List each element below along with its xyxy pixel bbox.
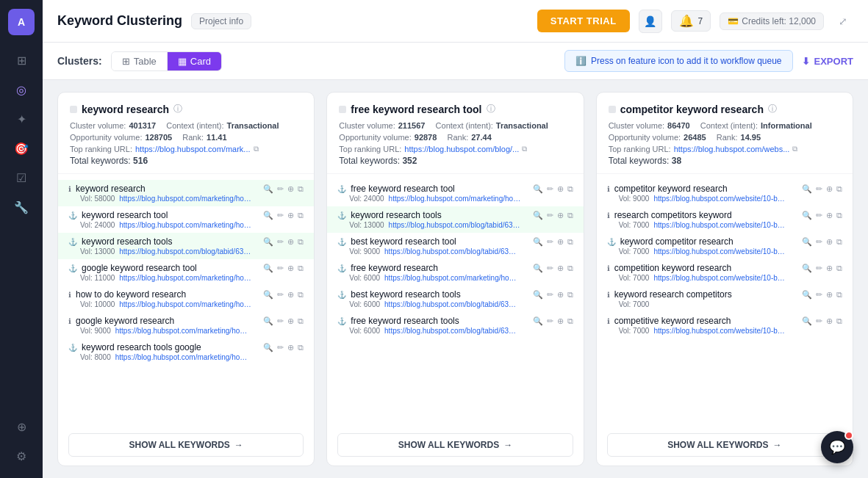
kw-url-0-1[interactable]: https://blog.hubspot.com/marketing/how-t… [119, 221, 251, 229]
kw-action-copy-0-4[interactable]: ⧉ [298, 290, 304, 300]
kw-action-add-0-4[interactable]: ⊕ [287, 290, 294, 300]
copy-url-icon-0[interactable]: ⧉ [254, 145, 259, 153]
kw-action-search-2-2[interactable]: 🔍 [802, 237, 812, 247]
kw-url-2-0[interactable]: https://blog.hubspot.com/website/10-best… [653, 195, 786, 203]
cluster-info-icon-1[interactable]: ⓘ [487, 103, 495, 115]
kw-action-add-0-6[interactable]: ⊕ [287, 343, 294, 352]
kw-url-2-5[interactable]: https://blog.hubspot.com/website/10-best… [653, 327, 786, 335]
kw-action-copy-0-1[interactable]: ⧉ [298, 211, 304, 220]
kw-url-1-3[interactable]: https://blog.hubspot.com/marketing/how-t… [384, 274, 517, 282]
show-all-button-2[interactable]: SHOW ALL KEYWORDS → [607, 433, 842, 457]
export-button[interactable]: ⬇ EXPORT [802, 56, 853, 67]
kw-action-copy-1-1[interactable]: ⧉ [567, 211, 573, 220]
sidebar-icon-check[interactable]: ☑ [8, 164, 35, 191]
kw-url-2-1[interactable]: https://blog.hubspot.com/website/10-best… [653, 221, 786, 229]
kw-action-copy-2-5[interactable]: ⧉ [836, 316, 842, 326]
kw-action-copy-1-4[interactable]: ⧉ [567, 290, 573, 300]
kw-action-search-1-1[interactable]: 🔍 [533, 211, 543, 220]
kw-action-search-0-2[interactable]: 🔍 [263, 237, 273, 247]
kw-action-search-1-3[interactable]: 🔍 [533, 264, 543, 273]
kw-action-add-2-3[interactable]: ⊕ [826, 264, 833, 273]
kw-action-search-0-4[interactable]: 🔍 [263, 290, 273, 300]
kw-action-copy-0-0[interactable]: ⧉ [298, 184, 304, 194]
kw-url-0-4[interactable]: https://blog.hubspot.com/marketing/how-t… [119, 300, 251, 308]
kw-action-search-1-4[interactable]: 🔍 [533, 290, 543, 300]
kw-action-add-1-0[interactable]: ⊕ [557, 184, 564, 194]
kw-action-add-2-2[interactable]: ⊕ [826, 237, 833, 247]
start-trial-button[interactable]: START TRIAL [537, 10, 630, 32]
cluster-url-link-2[interactable]: https://blog.hubspot.com/webs... [674, 145, 790, 153]
kw-action-copy-0-2[interactable]: ⧉ [298, 237, 304, 247]
kw-action-edit-0-0[interactable]: ✏ [277, 184, 284, 194]
sidebar-icon-settings[interactable]: ⚙ [8, 443, 35, 469]
kw-action-edit-2-1[interactable]: ✏ [816, 211, 822, 220]
kw-action-edit-0-5[interactable]: ✏ [277, 316, 284, 326]
kw-url-0-6[interactable]: https://blog.hubspot.com/marketing/how-t… [115, 353, 248, 361]
kw-action-edit-2-3[interactable]: ✏ [816, 264, 822, 273]
kw-action-search-2-1[interactable]: 🔍 [802, 211, 812, 220]
kw-action-edit-0-3[interactable]: ✏ [277, 264, 284, 273]
kw-action-edit-1-2[interactable]: ✏ [547, 237, 553, 247]
kw-action-edit-0-6[interactable]: ✏ [277, 343, 284, 352]
kw-url-1-5[interactable]: https://blog.hubspot.com/blog/tabid/6307… [384, 327, 517, 335]
kw-action-add-1-2[interactable]: ⊕ [557, 237, 564, 247]
kw-action-search-1-5[interactable]: 🔍 [533, 316, 543, 326]
chat-button[interactable]: 💬 [821, 431, 853, 463]
kw-url-1-0[interactable]: https://blog.hubspot.com/marketing/how-t… [389, 195, 521, 203]
sidebar-icon-analytics[interactable]: ◎ [8, 76, 35, 103]
sidebar-icon-connect[interactable]: ⊕ [8, 413, 35, 440]
kw-action-search-2-5[interactable]: 🔍 [802, 316, 812, 326]
kw-action-edit-1-0[interactable]: ✏ [547, 184, 553, 194]
kw-url-0-3[interactable]: https://blog.hubspot.com/marketing/how-t… [119, 274, 251, 282]
profile-button[interactable]: 👤 [639, 10, 662, 33]
kw-action-search-1-0[interactable]: 🔍 [533, 184, 543, 194]
copy-url-icon-1[interactable]: ⧉ [522, 145, 527, 153]
kw-action-copy-2-0[interactable]: ⧉ [836, 184, 842, 194]
kw-action-edit-2-4[interactable]: ✏ [816, 290, 822, 300]
kw-url-1-1[interactable]: https://blog.hubspot.com/blog/tabid/6307… [389, 221, 521, 229]
card-view-button[interactable]: ▦ Card [168, 52, 221, 70]
kw-action-copy-0-6[interactable]: ⧉ [298, 343, 304, 352]
expand-button[interactable]: ⤢ [833, 11, 853, 32]
kw-action-search-0-1[interactable]: 🔍 [263, 211, 273, 220]
kw-action-add-2-5[interactable]: ⊕ [826, 316, 833, 326]
kw-url-1-4[interactable]: https://blog.hubspot.com/blog/tabid/6307… [384, 300, 517, 308]
kw-action-add-1-1[interactable]: ⊕ [557, 211, 564, 220]
kw-action-add-2-0[interactable]: ⊕ [826, 184, 833, 194]
kw-url-0-0[interactable]: https://blog.hubspot.com/marketing/how-t… [119, 195, 251, 203]
kw-action-search-0-6[interactable]: 🔍 [263, 343, 273, 352]
kw-action-search-2-0[interactable]: 🔍 [802, 184, 812, 194]
kw-url-1-2[interactable]: https://blog.hubspot.com/blog/tabid/6307… [384, 247, 517, 256]
notifications-button[interactable]: 🔔 7 [671, 10, 711, 32]
kw-action-copy-2-4[interactable]: ⧉ [836, 290, 842, 300]
kw-url-2-3[interactable]: https://blog.hubspot.com/website/10-best… [653, 274, 786, 282]
kw-action-search-1-2[interactable]: 🔍 [533, 237, 543, 247]
kw-action-search-0-0[interactable]: 🔍 [263, 184, 273, 194]
sidebar-icon-target[interactable]: 🎯 [8, 135, 35, 162]
kw-action-edit-0-4[interactable]: ✏ [277, 290, 284, 300]
show-all-button-1[interactable]: SHOW ALL KEYWORDS → [337, 433, 573, 457]
kw-action-search-0-3[interactable]: 🔍 [263, 264, 273, 273]
cluster-info-icon-2[interactable]: ⓘ [768, 103, 777, 115]
kw-action-search-2-3[interactable]: 🔍 [802, 264, 812, 273]
cluster-url-link-0[interactable]: https://blog.hubspot.com/mark... [135, 145, 251, 153]
sidebar-icon-tools[interactable]: 🔧 [8, 194, 35, 220]
kw-action-copy-1-2[interactable]: ⧉ [567, 237, 573, 247]
kw-action-edit-0-1[interactable]: ✏ [277, 211, 284, 220]
kw-action-add-0-1[interactable]: ⊕ [287, 211, 294, 220]
kw-url-0-5[interactable]: https://blog.hubspot.com/marketing/how-t… [115, 327, 248, 335]
kw-action-copy-2-1[interactable]: ⧉ [836, 211, 842, 220]
kw-action-search-0-5[interactable]: 🔍 [263, 316, 273, 326]
kw-action-copy-2-3[interactable]: ⧉ [836, 264, 842, 273]
kw-action-copy-2-2[interactable]: ⧉ [836, 237, 842, 247]
cluster-info-icon-0[interactable]: ⓘ [173, 103, 182, 115]
kw-action-edit-1-5[interactable]: ✏ [547, 316, 553, 326]
kw-action-copy-0-3[interactable]: ⧉ [298, 264, 304, 273]
kw-action-edit-2-2[interactable]: ✏ [816, 237, 822, 247]
kw-action-copy-1-0[interactable]: ⧉ [567, 184, 573, 194]
kw-url-2-2[interactable]: https://blog.hubspot.com/website/10-best… [653, 247, 786, 256]
kw-action-add-2-4[interactable]: ⊕ [826, 290, 833, 300]
table-view-button[interactable]: ⊞ Table [112, 52, 168, 70]
kw-action-add-1-4[interactable]: ⊕ [557, 290, 564, 300]
kw-action-edit-2-5[interactable]: ✏ [816, 316, 822, 326]
